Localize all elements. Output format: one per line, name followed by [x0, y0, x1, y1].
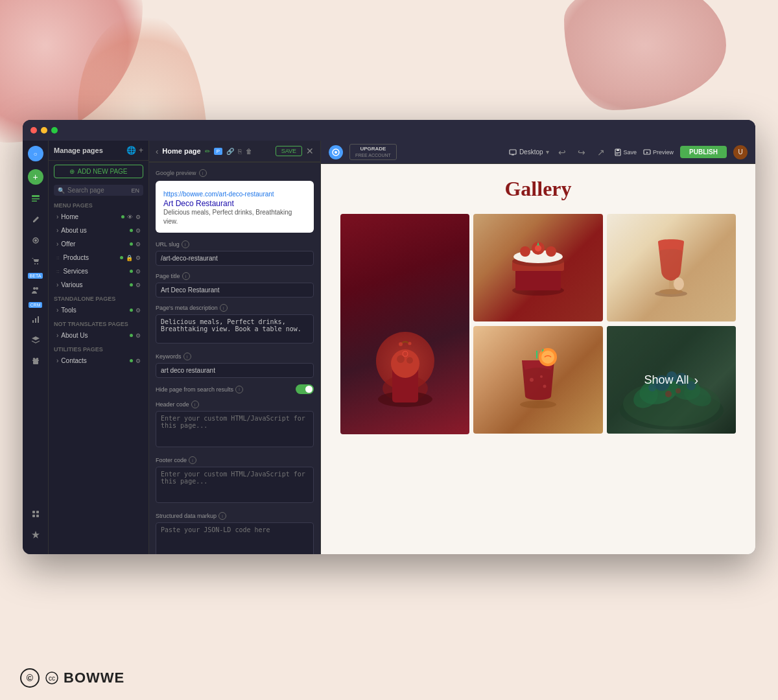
svg-point-31: [407, 357, 413, 364]
gallery-grid: Show All ›: [340, 214, 736, 434]
google-preview-info[interactable]: i: [199, 169, 207, 177]
page-title-input[interactable]: [156, 283, 314, 298]
standalone-pages-title: Standalone pages: [49, 292, 148, 303]
seo-trash-icon[interactable]: 🗑: [246, 148, 252, 155]
page-active-dot: [130, 359, 133, 362]
search-page-bar: 🔍 EN: [54, 185, 143, 196]
keywords-input[interactable]: [156, 363, 314, 378]
upgrade-button[interactable]: UPGRADE FREE ACCOUNT: [349, 144, 397, 160]
sidebar-icon-layers[interactable]: [27, 331, 45, 349]
svg-rect-17: [36, 515, 39, 517]
page-settings-icon: ⚙: [136, 241, 141, 248]
gallery-item-show-all[interactable]: Show All ›: [607, 326, 736, 434]
hide-page-info[interactable]: i: [235, 386, 243, 393]
page-item-services[interactable]: :: Services ⚙: [51, 265, 146, 277]
page-chevron-icon: ›: [56, 213, 58, 220]
seo-panel-header: ‹ Home page ✏ P 🔗 ⎘ 🗑 SAVE ✕: [149, 141, 320, 162]
seo-edit-icon[interactable]: ✏: [205, 148, 210, 155]
svg-point-6: [37, 263, 38, 264]
maximize-dot[interactable]: [51, 127, 58, 134]
close-dot[interactable]: [30, 127, 37, 134]
page-item-tools[interactable]: › Tools ⚙: [51, 304, 146, 316]
google-preview-box: https://bowwe.com/art-deco-restaurant Ar…: [156, 181, 314, 233]
gallery-item-cake[interactable]: [473, 214, 602, 321]
svg-point-40: [520, 246, 530, 257]
save-button[interactable]: Save: [614, 148, 637, 156]
seo-link-icon[interactable]: 🔗: [226, 148, 234, 155]
svg-point-7: [33, 287, 36, 290]
header-code-input[interactable]: [156, 411, 314, 447]
url-slug-info[interactable]: i: [182, 240, 189, 248]
sidebar-icon-chart[interactable]: [27, 310, 45, 329]
meta-desc-info[interactable]: i: [220, 304, 228, 312]
gallery-item-wine[interactable]: [607, 214, 736, 321]
website-preview: Gallery: [321, 164, 755, 554]
user-avatar[interactable]: U: [733, 145, 748, 159]
search-page-input[interactable]: [67, 187, 113, 194]
svg-point-32: [403, 351, 408, 356]
page-item-home[interactable]: › Home 👁 ⚙: [51, 211, 146, 223]
meta-desc-input[interactable]: Delicious meals, Perfect drinks, Breatht…: [156, 314, 314, 344]
keywords-label: Keywords i: [156, 353, 314, 360]
sidebar-icon-brush[interactable]: [27, 231, 45, 250]
google-preview-label: Google preview i: [156, 169, 314, 177]
svg-rect-9: [32, 320, 34, 323]
seo-back-icon[interactable]: ‹: [156, 146, 158, 156]
page-item-about-us[interactable]: › About us ⚙: [51, 224, 146, 237]
publish-button[interactable]: PUBLISH: [680, 146, 727, 158]
footer-code-input[interactable]: [156, 467, 314, 503]
share-button[interactable]: ↗: [595, 146, 607, 159]
drag-handle-icon: ::: [56, 268, 59, 274]
lang-badge: EN: [131, 187, 139, 194]
page-item-about-us-nt[interactable]: › About Us ⚙: [51, 329, 146, 342]
svg-rect-13: [33, 361, 38, 364]
seo-copy-icon[interactable]: ⎘: [238, 148, 242, 155]
hide-page-toggle[interactable]: [296, 384, 314, 394]
structured-data-input[interactable]: [156, 522, 314, 554]
page-title-label: Page title i: [156, 272, 314, 280]
undo-button[interactable]: ↩: [556, 146, 569, 159]
sidebar-icon-star[interactable]: [27, 526, 45, 544]
sidebar-icon-pages[interactable]: [27, 190, 45, 208]
pages-globe-icon[interactable]: 🌐: [126, 146, 136, 155]
google-preview-desc: Delicious meals, Perfect drinks, Breatht…: [163, 208, 306, 226]
svg-text:cc: cc: [49, 675, 55, 682]
show-all-arrow: ›: [694, 373, 699, 388]
keywords-info[interactable]: i: [183, 353, 191, 360]
seo-save-button[interactable]: SAVE: [276, 146, 302, 156]
sidebar-add-button[interactable]: +: [28, 169, 43, 185]
svg-point-50: [541, 351, 554, 364]
footer-code-info[interactable]: i: [189, 456, 196, 464]
page-settings-icon: ⚙: [136, 228, 141, 234]
gallery-item-dessert-large[interactable]: [340, 214, 469, 434]
page-item-offer[interactable]: › Offer ⚙: [51, 238, 146, 250]
minimize-dot[interactable]: [41, 127, 47, 134]
page-title-info[interactable]: i: [182, 272, 190, 280]
url-slug-label: URL slug i: [156, 240, 314, 248]
svg-rect-14: [32, 511, 35, 513]
add-new-page-button[interactable]: ⊕ ADD NEW PAGE: [54, 165, 143, 178]
page-settings-icon: ⚙: [136, 255, 141, 261]
structured-data-info[interactable]: i: [218, 512, 226, 520]
svg-rect-25: [616, 154, 619, 154]
sidebar-icon-plugin[interactable]: [27, 505, 45, 523]
device-selector[interactable]: Desktop ▾: [509, 148, 549, 156]
sidebar-icon-edit[interactable]: [27, 211, 45, 229]
page-item-contacts[interactable]: › Contacts ⚙: [51, 355, 146, 367]
sidebar-icon-crm[interactable]: [27, 281, 45, 299]
gallery-item-cocktail[interactable]: [473, 326, 602, 434]
pages-add-icon[interactable]: +: [139, 146, 143, 155]
page-item-products[interactable]: :: Products 🔒 ⚙: [51, 251, 146, 264]
header-code-info[interactable]: i: [191, 401, 199, 408]
svg-rect-21: [512, 154, 514, 156]
sidebar-icon-gift[interactable]: [27, 352, 45, 370]
menu-pages-title: Menu pages: [49, 198, 148, 210]
preview-button[interactable]: Preview: [643, 148, 674, 156]
url-slug-input[interactable]: [156, 251, 314, 266]
page-item-various[interactable]: › Various ⚙: [51, 279, 146, 291]
sidebar-icon-cart[interactable]: [27, 252, 45, 270]
seo-close-button[interactable]: ✕: [306, 146, 314, 156]
redo-button[interactable]: ↪: [575, 146, 588, 159]
icon-sidebar: ○ +: [23, 141, 49, 554]
svg-rect-1: [32, 198, 40, 200]
